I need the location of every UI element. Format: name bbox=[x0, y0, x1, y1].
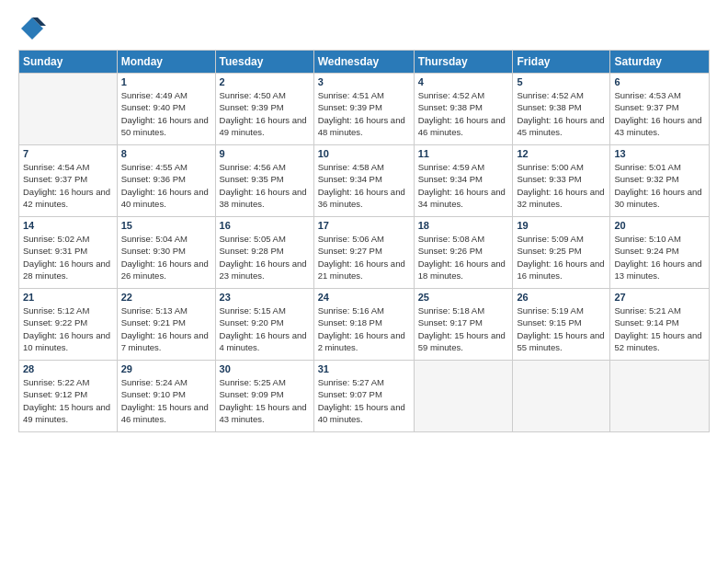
day-info: Sunrise: 5:27 AMSunset: 9:07 PMDaylight:… bbox=[318, 376, 410, 425]
logo-icon bbox=[18, 15, 46, 42]
calendar-cell: 19Sunrise: 5:09 AMSunset: 9:25 PMDayligh… bbox=[513, 217, 610, 289]
calendar-cell: 21Sunrise: 5:12 AMSunset: 9:22 PMDayligh… bbox=[19, 289, 118, 361]
day-number: 20 bbox=[614, 220, 705, 231]
weekday-header-cell: Thursday bbox=[414, 51, 513, 74]
calendar-cell: 23Sunrise: 5:15 AMSunset: 9:20 PMDayligh… bbox=[215, 289, 313, 361]
day-number: 7 bbox=[23, 148, 113, 159]
day-number: 16 bbox=[220, 220, 310, 231]
calendar-cell: 16Sunrise: 5:05 AMSunset: 9:28 PMDayligh… bbox=[215, 217, 313, 289]
day-info: Sunrise: 5:06 AMSunset: 9:27 PMDaylight:… bbox=[318, 233, 410, 282]
logo bbox=[18, 15, 50, 42]
day-info: Sunrise: 5:21 AMSunset: 9:14 PMDaylight:… bbox=[614, 304, 705, 353]
calendar-cell: 3Sunrise: 4:51 AMSunset: 9:39 PMDaylight… bbox=[313, 74, 414, 145]
calendar-cell: 13Sunrise: 5:01 AMSunset: 9:32 PMDayligh… bbox=[610, 145, 710, 217]
day-info: Sunrise: 5:04 AMSunset: 9:30 PMDaylight:… bbox=[121, 233, 211, 282]
calendar-cell bbox=[19, 74, 118, 145]
day-number: 25 bbox=[418, 292, 509, 303]
calendar-cell bbox=[513, 361, 610, 432]
calendar-week-row: 14Sunrise: 5:02 AMSunset: 9:31 PMDayligh… bbox=[19, 217, 710, 289]
page: SundayMondayTuesdayWednesdayThursdayFrid… bbox=[0, 0, 728, 563]
calendar-cell: 30Sunrise: 5:25 AMSunset: 9:09 PMDayligh… bbox=[215, 361, 313, 432]
calendar-cell bbox=[610, 361, 710, 432]
header bbox=[18, 15, 710, 42]
day-number: 2 bbox=[220, 76, 310, 87]
day-number: 11 bbox=[418, 148, 509, 159]
day-info: Sunrise: 5:24 AMSunset: 9:10 PMDaylight:… bbox=[121, 376, 211, 425]
day-number: 19 bbox=[517, 220, 606, 231]
day-info: Sunrise: 5:09 AMSunset: 9:25 PMDaylight:… bbox=[517, 233, 606, 282]
day-info: Sunrise: 4:50 AMSunset: 9:39 PMDaylight:… bbox=[220, 89, 310, 138]
day-info: Sunrise: 5:08 AMSunset: 9:26 PMDaylight:… bbox=[418, 233, 509, 282]
calendar-cell: 9Sunrise: 4:56 AMSunset: 9:35 PMDaylight… bbox=[215, 145, 313, 217]
day-info: Sunrise: 5:00 AMSunset: 9:33 PMDaylight:… bbox=[517, 161, 606, 210]
day-number: 12 bbox=[517, 148, 606, 159]
day-number: 27 bbox=[614, 292, 705, 303]
calendar-cell: 11Sunrise: 4:59 AMSunset: 9:34 PMDayligh… bbox=[414, 145, 513, 217]
day-number: 9 bbox=[220, 148, 310, 159]
calendar-cell: 15Sunrise: 5:04 AMSunset: 9:30 PMDayligh… bbox=[117, 217, 215, 289]
day-number: 1 bbox=[121, 76, 211, 87]
calendar-cell: 6Sunrise: 4:53 AMSunset: 9:37 PMDaylight… bbox=[610, 74, 710, 145]
day-number: 4 bbox=[418, 76, 509, 87]
calendar-week-row: 7Sunrise: 4:54 AMSunset: 9:37 PMDaylight… bbox=[19, 145, 710, 217]
calendar-cell: 29Sunrise: 5:24 AMSunset: 9:10 PMDayligh… bbox=[117, 361, 215, 432]
calendar-week-row: 28Sunrise: 5:22 AMSunset: 9:12 PMDayligh… bbox=[19, 361, 710, 432]
day-info: Sunrise: 5:25 AMSunset: 9:09 PMDaylight:… bbox=[220, 376, 310, 425]
day-info: Sunrise: 4:51 AMSunset: 9:39 PMDaylight:… bbox=[318, 89, 410, 138]
day-info: Sunrise: 4:49 AMSunset: 9:40 PMDaylight:… bbox=[121, 89, 211, 138]
day-number: 18 bbox=[418, 220, 509, 231]
weekday-header-cell: Saturday bbox=[610, 51, 710, 74]
calendar-cell: 18Sunrise: 5:08 AMSunset: 9:26 PMDayligh… bbox=[414, 217, 513, 289]
calendar-cell bbox=[414, 361, 513, 432]
day-number: 24 bbox=[318, 292, 410, 303]
calendar-header-row: SundayMondayTuesdayWednesdayThursdayFrid… bbox=[19, 51, 710, 74]
day-info: Sunrise: 4:52 AMSunset: 9:38 PMDaylight:… bbox=[418, 89, 509, 138]
day-info: Sunrise: 5:22 AMSunset: 9:12 PMDaylight:… bbox=[23, 376, 113, 425]
day-info: Sunrise: 4:53 AMSunset: 9:37 PMDaylight:… bbox=[614, 89, 705, 138]
day-info: Sunrise: 4:52 AMSunset: 9:38 PMDaylight:… bbox=[517, 89, 606, 138]
day-number: 30 bbox=[220, 363, 310, 374]
calendar-week-row: 1Sunrise: 4:49 AMSunset: 9:40 PMDaylight… bbox=[19, 74, 710, 145]
day-number: 3 bbox=[318, 76, 410, 87]
calendar-cell: 20Sunrise: 5:10 AMSunset: 9:24 PMDayligh… bbox=[610, 217, 710, 289]
calendar-cell: 5Sunrise: 4:52 AMSunset: 9:38 PMDaylight… bbox=[513, 74, 610, 145]
calendar-cell: 12Sunrise: 5:00 AMSunset: 9:33 PMDayligh… bbox=[513, 145, 610, 217]
day-info: Sunrise: 5:13 AMSunset: 9:21 PMDaylight:… bbox=[121, 304, 211, 353]
day-number: 10 bbox=[318, 148, 410, 159]
calendar-cell: 7Sunrise: 4:54 AMSunset: 9:37 PMDaylight… bbox=[19, 145, 118, 217]
day-number: 31 bbox=[318, 363, 410, 374]
calendar: SundayMondayTuesdayWednesdayThursdayFrid… bbox=[18, 50, 710, 432]
day-number: 21 bbox=[23, 292, 113, 303]
day-number: 6 bbox=[614, 76, 705, 87]
calendar-cell: 1Sunrise: 4:49 AMSunset: 9:40 PMDaylight… bbox=[117, 74, 215, 145]
day-info: Sunrise: 5:19 AMSunset: 9:15 PMDaylight:… bbox=[517, 304, 606, 353]
calendar-cell: 14Sunrise: 5:02 AMSunset: 9:31 PMDayligh… bbox=[19, 217, 118, 289]
day-info: Sunrise: 5:18 AMSunset: 9:17 PMDaylight:… bbox=[418, 304, 509, 353]
day-info: Sunrise: 4:56 AMSunset: 9:35 PMDaylight:… bbox=[220, 161, 310, 210]
day-info: Sunrise: 5:02 AMSunset: 9:31 PMDaylight:… bbox=[23, 233, 113, 282]
day-number: 14 bbox=[23, 220, 113, 231]
weekday-header-cell: Tuesday bbox=[215, 51, 313, 74]
calendar-cell: 17Sunrise: 5:06 AMSunset: 9:27 PMDayligh… bbox=[313, 217, 414, 289]
calendar-cell: 2Sunrise: 4:50 AMSunset: 9:39 PMDaylight… bbox=[215, 74, 313, 145]
day-info: Sunrise: 4:58 AMSunset: 9:34 PMDaylight:… bbox=[318, 161, 410, 210]
calendar-week-row: 21Sunrise: 5:12 AMSunset: 9:22 PMDayligh… bbox=[19, 289, 710, 361]
day-info: Sunrise: 5:12 AMSunset: 9:22 PMDaylight:… bbox=[23, 304, 113, 353]
day-info: Sunrise: 5:05 AMSunset: 9:28 PMDaylight:… bbox=[220, 233, 310, 282]
day-number: 8 bbox=[121, 148, 211, 159]
day-number: 28 bbox=[23, 363, 113, 374]
calendar-cell: 8Sunrise: 4:55 AMSunset: 9:36 PMDaylight… bbox=[117, 145, 215, 217]
day-info: Sunrise: 5:01 AMSunset: 9:32 PMDaylight:… bbox=[614, 161, 705, 210]
weekday-header-cell: Monday bbox=[117, 51, 215, 74]
day-number: 5 bbox=[517, 76, 606, 87]
day-info: Sunrise: 5:15 AMSunset: 9:20 PMDaylight:… bbox=[220, 304, 310, 353]
day-info: Sunrise: 4:59 AMSunset: 9:34 PMDaylight:… bbox=[418, 161, 509, 210]
day-number: 26 bbox=[517, 292, 606, 303]
calendar-cell: 4Sunrise: 4:52 AMSunset: 9:38 PMDaylight… bbox=[414, 74, 513, 145]
day-info: Sunrise: 5:16 AMSunset: 9:18 PMDaylight:… bbox=[318, 304, 410, 353]
day-info: Sunrise: 4:55 AMSunset: 9:36 PMDaylight:… bbox=[121, 161, 211, 210]
calendar-body: 1Sunrise: 4:49 AMSunset: 9:40 PMDaylight… bbox=[19, 74, 710, 432]
calendar-cell: 31Sunrise: 5:27 AMSunset: 9:07 PMDayligh… bbox=[313, 361, 414, 432]
weekday-header-cell: Sunday bbox=[19, 51, 118, 74]
calendar-cell: 27Sunrise: 5:21 AMSunset: 9:14 PMDayligh… bbox=[610, 289, 710, 361]
